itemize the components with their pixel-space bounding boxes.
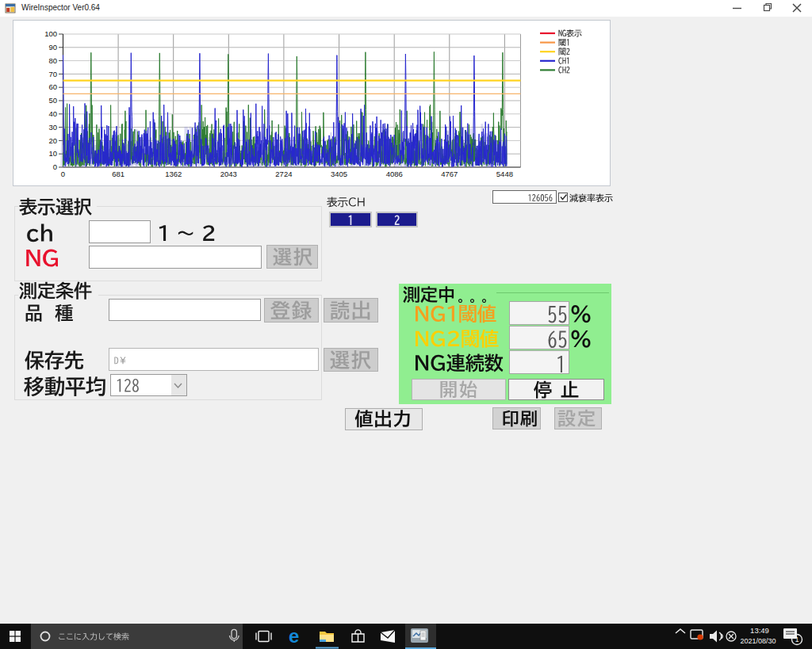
svg-text:0: 0 bbox=[61, 170, 65, 178]
svg-text:40: 40 bbox=[48, 109, 57, 118]
svg-text:13:49: 13:49 bbox=[750, 626, 769, 635]
svg-text:80: 80 bbox=[48, 56, 57, 65]
svg-text:1362: 1362 bbox=[165, 170, 182, 178]
svg-text:3405: 3405 bbox=[331, 170, 347, 178]
svg-text:681: 681 bbox=[112, 170, 124, 178]
svg-text:90: 90 bbox=[48, 43, 57, 52]
svg-text:2724: 2724 bbox=[275, 170, 292, 178]
svg-text:2021/08/30: 2021/08/30 bbox=[740, 637, 776, 645]
svg-text:0: 0 bbox=[53, 162, 57, 171]
svg-text:100: 100 bbox=[44, 29, 57, 38]
svg-text:e: e bbox=[289, 625, 299, 647]
svg-text:2043: 2043 bbox=[220, 170, 237, 178]
svg-text:20: 20 bbox=[48, 136, 57, 145]
svg-text:5448: 5448 bbox=[496, 170, 513, 178]
svg-text:4086: 4086 bbox=[386, 170, 403, 178]
svg-text:1: 1 bbox=[795, 636, 799, 643]
svg-text:70: 70 bbox=[48, 70, 57, 78]
svg-text:10: 10 bbox=[48, 149, 57, 158]
svg-text:60: 60 bbox=[48, 82, 57, 91]
svg-text:4767: 4767 bbox=[441, 170, 458, 178]
svg-text:50: 50 bbox=[48, 96, 57, 105]
svg-text:30: 30 bbox=[48, 123, 57, 132]
